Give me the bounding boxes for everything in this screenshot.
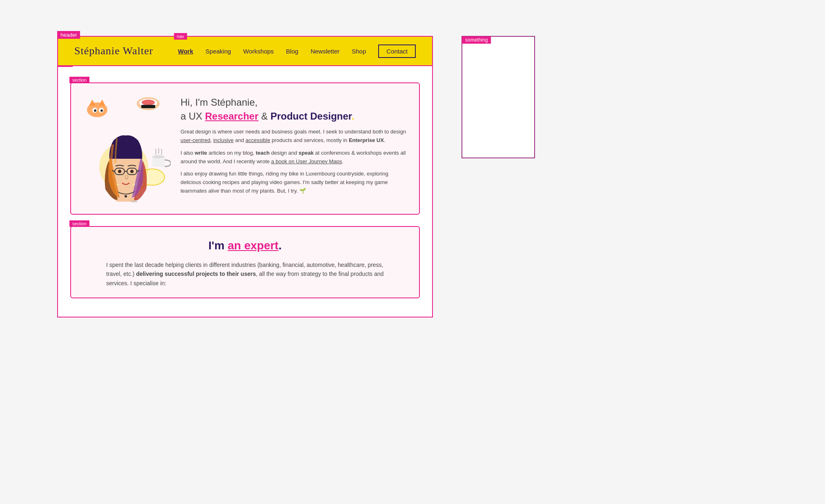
svg-point-23 <box>118 170 121 173</box>
expert-section: I'm an expert. I spent the last decade h… <box>70 226 420 298</box>
site-nav: nav Work Speaking Workshops Blog Newslet… <box>178 44 416 58</box>
svg-marker-2 <box>99 100 105 106</box>
hero-period: . <box>352 111 355 122</box>
nav-item-newsletter[interactable]: Newsletter <box>310 48 339 55</box>
hero-text: Hi, I'm Stéphanie, a UX Researcher & Pro… <box>181 91 409 200</box>
svg-marker-1 <box>89 100 96 106</box>
hero-write: write <box>195 150 207 156</box>
nav-item-shop[interactable]: Shop <box>352 48 366 55</box>
browser-outline: header Stéphanie Walter nav Work Speakin… <box>57 36 433 317</box>
hero-title-a: a <box>181 111 189 122</box>
hero-speak: speak <box>299 150 314 156</box>
expert-section-wrapper: section I'm an expert. I spent the last … <box>70 226 420 298</box>
hero-illustration: ~mle <box>81 91 171 206</box>
svg-point-16 <box>125 195 127 198</box>
svg-point-5 <box>94 109 96 112</box>
svg-point-24 <box>130 170 134 173</box>
svg-text:~mle: ~mle <box>130 199 137 203</box>
expert-title-highlight: an expert <box>227 239 279 252</box>
hero-teach: teach <box>256 150 270 156</box>
hero-para3: I also enjoy drawing fun little things, … <box>181 170 409 195</box>
section1-annotation: section <box>69 77 89 83</box>
expert-para: I spent the last decade helping clients … <box>106 260 384 288</box>
hero-link-inclusive[interactable]: inclusive <box>213 137 234 143</box>
hero-greeting: Hi, I'm Stéphanie, <box>181 97 258 108</box>
site-logo: Stéphanie Walter <box>74 45 153 57</box>
hero-product-designer: Product Designer. <box>270 111 354 122</box>
hero-para1: Great design is where user needs and bus… <box>181 128 409 145</box>
hero-section: ~mle Hi, I'm Stéphanie, a UX Researcher … <box>70 82 420 215</box>
hero-link-user-centred[interactable]: user-centred <box>181 137 210 143</box>
nav-item-work[interactable]: Work <box>178 48 193 55</box>
section2-annotation: section <box>69 220 89 227</box>
nav-item-blog[interactable]: Blog <box>286 48 298 55</box>
expert-body: I spent the last decade helping clients … <box>106 260 384 288</box>
hero-section-wrapper: section <box>70 82 420 215</box>
nav-item-workshops[interactable]: Workshops <box>243 48 274 55</box>
expert-title: I'm an expert. <box>81 239 409 252</box>
hero-ux: UX <box>189 111 205 122</box>
something-panel: something <box>462 36 535 158</box>
expert-bold: delivering successful projects to their … <box>136 271 256 277</box>
svg-point-12 <box>152 155 165 158</box>
hero-enterprise-ux: Enterprise UX <box>349 137 384 143</box>
svg-rect-10 <box>141 105 155 108</box>
something-annotation: something <box>462 36 491 44</box>
hero-researcher: Researcher <box>205 111 259 122</box>
hero-book-link[interactable]: a book on User Journey Maps <box>271 158 342 164</box>
hero-heading: Hi, I'm Stéphanie, a UX Researcher & Pro… <box>181 95 409 123</box>
hero-body: Great design is where user needs and bus… <box>181 128 409 195</box>
hero-svg-illustration: ~mle <box>81 91 171 206</box>
site-header: Stéphanie Walter nav Work Speaking Works… <box>58 37 432 66</box>
nav-annotation: nav <box>174 33 187 40</box>
hero-para2: I also write articles on my blog, teach … <box>181 149 409 166</box>
main-annotation: main <box>58 66 73 67</box>
hero-link-accessible[interactable]: accessible <box>245 137 270 143</box>
svg-point-9 <box>142 100 155 105</box>
svg-point-6 <box>100 109 103 112</box>
site-main: main section <box>58 66 432 317</box>
nav-contact-button[interactable]: Contact <box>378 44 416 58</box>
hero-and: & <box>259 111 270 122</box>
nav-item-speaking[interactable]: Speaking <box>205 48 231 55</box>
header-annotation: header <box>57 31 80 39</box>
